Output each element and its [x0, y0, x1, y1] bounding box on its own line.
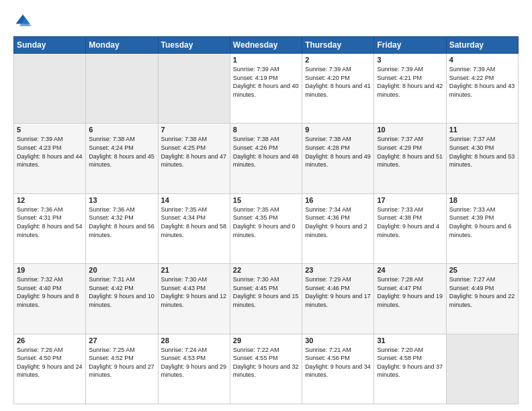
calendar-cell: 25Sunrise: 7:27 AM Sunset: 4:49 PM Dayli… [446, 264, 518, 334]
day-number: 3 [377, 56, 443, 64]
calendar-cell [158, 54, 230, 124]
cell-info: Sunrise: 7:32 AM Sunset: 4:40 PM Dayligh… [17, 275, 83, 309]
day-number: 5 [17, 126, 83, 134]
cell-info: Sunrise: 7:39 AM Sunset: 4:19 PM Dayligh… [233, 65, 299, 99]
calendar-cell: 20Sunrise: 7:31 AM Sunset: 4:42 PM Dayli… [86, 264, 158, 334]
calendar-cell: 27Sunrise: 7:25 AM Sunset: 4:52 PM Dayli… [86, 334, 158, 404]
cell-info: Sunrise: 7:28 AM Sunset: 4:47 PM Dayligh… [377, 275, 443, 309]
calendar-cell: 5Sunrise: 7:39 AM Sunset: 4:23 PM Daylig… [14, 124, 86, 193]
weekday-header-friday: Friday [374, 37, 446, 54]
day-number: 1 [233, 56, 299, 64]
cell-info: Sunrise: 7:36 AM Sunset: 4:32 PM Dayligh… [89, 205, 154, 239]
calendar-cell: 1Sunrise: 7:39 AM Sunset: 4:19 PM Daylig… [230, 54, 302, 124]
cell-info: Sunrise: 7:22 AM Sunset: 4:55 PM Dayligh… [233, 346, 299, 379]
cell-info: Sunrise: 7:36 AM Sunset: 4:31 PM Dayligh… [17, 205, 83, 239]
cell-info: Sunrise: 7:39 AM Sunset: 4:21 PM Dayligh… [377, 65, 443, 99]
day-number: 26 [17, 336, 83, 345]
day-number: 25 [449, 266, 515, 274]
calendar-cell: 8Sunrise: 7:38 AM Sunset: 4:26 PM Daylig… [230, 124, 302, 193]
calendar-cell: 13Sunrise: 7:36 AM Sunset: 4:32 PM Dayli… [86, 193, 158, 263]
cell-info: Sunrise: 7:27 AM Sunset: 4:49 PM Dayligh… [449, 275, 515, 309]
calendar-cell: 23Sunrise: 7:29 AM Sunset: 4:46 PM Dayli… [302, 264, 374, 334]
cell-info: Sunrise: 7:37 AM Sunset: 4:30 PM Dayligh… [449, 135, 515, 169]
calendar-cell: 17Sunrise: 7:33 AM Sunset: 4:38 PM Dayli… [374, 193, 446, 263]
day-number: 12 [17, 196, 83, 204]
day-number: 9 [305, 126, 371, 134]
weekday-header-thursday: Thursday [302, 37, 374, 54]
day-number: 11 [449, 126, 515, 134]
calendar-cell: 4Sunrise: 7:39 AM Sunset: 4:22 PM Daylig… [446, 54, 518, 124]
calendar-week-row: 1Sunrise: 7:39 AM Sunset: 4:19 PM Daylig… [14, 54, 519, 124]
cell-info: Sunrise: 7:35 AM Sunset: 4:34 PM Dayligh… [161, 205, 227, 239]
weekday-header-row: SundayMondayTuesdayWednesdayThursdayFrid… [14, 37, 519, 54]
cell-info: Sunrise: 7:38 AM Sunset: 4:26 PM Dayligh… [233, 135, 299, 169]
calendar-cell: 10Sunrise: 7:37 AM Sunset: 4:29 PM Dayli… [374, 124, 446, 193]
day-number: 22 [233, 266, 299, 274]
day-number: 7 [161, 126, 227, 134]
cell-info: Sunrise: 7:33 AM Sunset: 4:39 PM Dayligh… [449, 205, 515, 239]
day-number: 24 [377, 266, 443, 274]
day-number: 17 [377, 196, 443, 204]
calendar-cell: 29Sunrise: 7:22 AM Sunset: 4:55 PM Dayli… [230, 334, 302, 404]
cell-info: Sunrise: 7:26 AM Sunset: 4:50 PM Dayligh… [17, 346, 83, 379]
calendar-cell [14, 54, 86, 124]
day-number: 15 [233, 196, 299, 204]
calendar-cell: 18Sunrise: 7:33 AM Sunset: 4:39 PM Dayli… [446, 193, 518, 263]
day-number: 27 [89, 336, 154, 345]
day-number: 4 [449, 56, 515, 64]
calendar-week-row: 19Sunrise: 7:32 AM Sunset: 4:40 PM Dayli… [14, 264, 519, 334]
cell-info: Sunrise: 7:30 AM Sunset: 4:43 PM Dayligh… [161, 275, 227, 309]
cell-info: Sunrise: 7:20 AM Sunset: 4:58 PM Dayligh… [377, 346, 443, 379]
calendar-cell: 15Sunrise: 7:35 AM Sunset: 4:35 PM Dayli… [230, 193, 302, 263]
day-number: 21 [161, 266, 227, 274]
cell-info: Sunrise: 7:34 AM Sunset: 4:36 PM Dayligh… [305, 205, 371, 239]
cell-info: Sunrise: 7:39 AM Sunset: 4:22 PM Dayligh… [449, 65, 515, 99]
day-number: 16 [305, 196, 371, 204]
day-number: 10 [377, 126, 443, 134]
calendar-cell: 7Sunrise: 7:38 AM Sunset: 4:25 PM Daylig… [158, 124, 230, 193]
day-number: 20 [89, 266, 154, 274]
weekday-header-saturday: Saturday [446, 37, 518, 54]
cell-info: Sunrise: 7:29 AM Sunset: 4:46 PM Dayligh… [305, 275, 371, 309]
day-number: 19 [17, 266, 83, 274]
cell-info: Sunrise: 7:39 AM Sunset: 4:23 PM Dayligh… [17, 135, 83, 169]
day-number: 29 [233, 336, 299, 345]
cell-info: Sunrise: 7:24 AM Sunset: 4:53 PM Dayligh… [161, 346, 227, 379]
calendar-cell: 11Sunrise: 7:37 AM Sunset: 4:30 PM Dayli… [446, 124, 518, 193]
calendar-cell: 30Sunrise: 7:21 AM Sunset: 4:56 PM Dayli… [302, 334, 374, 404]
day-number: 28 [161, 336, 227, 345]
calendar-cell: 6Sunrise: 7:38 AM Sunset: 4:24 PM Daylig… [86, 124, 158, 193]
cell-info: Sunrise: 7:25 AM Sunset: 4:52 PM Dayligh… [89, 346, 154, 379]
cell-info: Sunrise: 7:35 AM Sunset: 4:35 PM Dayligh… [233, 205, 299, 239]
calendar-cell: 28Sunrise: 7:24 AM Sunset: 4:53 PM Dayli… [158, 334, 230, 404]
calendar-week-row: 12Sunrise: 7:36 AM Sunset: 4:31 PM Dayli… [14, 193, 519, 263]
calendar-week-row: 5Sunrise: 7:39 AM Sunset: 4:23 PM Daylig… [14, 124, 519, 193]
calendar-cell: 3Sunrise: 7:39 AM Sunset: 4:21 PM Daylig… [374, 54, 446, 124]
calendar-cell: 2Sunrise: 7:39 AM Sunset: 4:20 PM Daylig… [302, 54, 374, 124]
cell-info: Sunrise: 7:37 AM Sunset: 4:29 PM Dayligh… [377, 135, 443, 169]
page: SundayMondayTuesdayWednesdayThursdayFrid… [0, 0, 532, 411]
cell-info: Sunrise: 7:33 AM Sunset: 4:38 PM Dayligh… [377, 205, 443, 239]
logo [13, 12, 35, 31]
cell-info: Sunrise: 7:38 AM Sunset: 4:24 PM Dayligh… [89, 135, 154, 169]
day-number: 13 [89, 196, 154, 204]
day-number: 18 [449, 196, 515, 204]
weekday-header-sunday: Sunday [14, 37, 86, 54]
calendar-cell: 26Sunrise: 7:26 AM Sunset: 4:50 PM Dayli… [14, 334, 86, 404]
day-number: 2 [305, 56, 371, 64]
weekday-header-wednesday: Wednesday [230, 37, 302, 54]
day-number: 23 [305, 266, 371, 274]
cell-info: Sunrise: 7:30 AM Sunset: 4:45 PM Dayligh… [233, 275, 299, 309]
calendar-cell [446, 334, 518, 404]
calendar-cell: 14Sunrise: 7:35 AM Sunset: 4:34 PM Dayli… [158, 193, 230, 263]
cell-info: Sunrise: 7:31 AM Sunset: 4:42 PM Dayligh… [89, 275, 154, 309]
cell-info: Sunrise: 7:39 AM Sunset: 4:20 PM Dayligh… [305, 65, 371, 99]
cell-info: Sunrise: 7:38 AM Sunset: 4:28 PM Dayligh… [305, 135, 371, 169]
day-number: 30 [305, 336, 371, 345]
header [13, 12, 519, 31]
day-number: 8 [233, 126, 299, 134]
calendar-table: SundayMondayTuesdayWednesdayThursdayFrid… [13, 36, 519, 404]
weekday-header-monday: Monday [86, 37, 158, 54]
calendar-cell: 9Sunrise: 7:38 AM Sunset: 4:28 PM Daylig… [302, 124, 374, 193]
calendar-cell: 31Sunrise: 7:20 AM Sunset: 4:58 PM Dayli… [374, 334, 446, 404]
